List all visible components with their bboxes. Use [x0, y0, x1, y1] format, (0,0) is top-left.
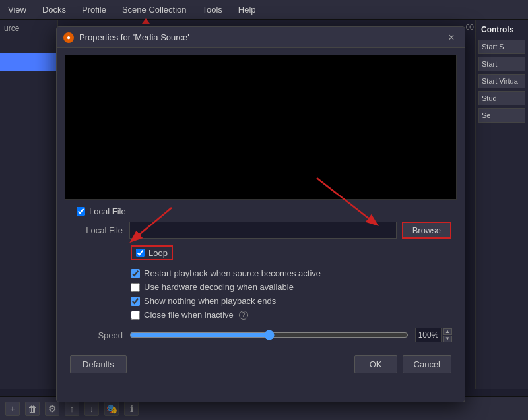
loop-checkbox[interactable]	[136, 249, 145, 257]
remove-source-button[interactable]: 🗑	[25, 402, 40, 416]
hardware-decoding-row: Use hardware decoding when available	[131, 282, 451, 292]
loop-row-container: Loop	[131, 245, 451, 264]
speed-slider[interactable]	[129, 330, 409, 340]
dialog-titlebar: ● Properties for 'Media Source' ×	[57, 27, 465, 48]
menu-docks[interactable]: Docks	[40, 3, 69, 16]
checkboxes-area: Loop Restart playback when source become…	[70, 245, 451, 320]
speed-up-button[interactable]: ▲	[443, 328, 452, 335]
red-arrow-top-indicator	[142, 18, 150, 24]
browse-button[interactable]: Browse	[402, 222, 451, 239]
restart-checkbox[interactable]	[131, 269, 140, 278]
local-file-checkbox[interactable]	[77, 207, 85, 216]
hardware-label[interactable]: Use hardware decoding when available	[144, 282, 294, 292]
show-nothing-label[interactable]: Show nothing when playback ends	[144, 296, 276, 306]
restart-label[interactable]: Restart playback when source becomes act…	[144, 268, 321, 278]
start-recording-button[interactable]: Start	[478, 57, 525, 71]
loop-label[interactable]: Loop	[148, 248, 168, 258]
properties-dialog: ● Properties for 'Media Source' × Local …	[56, 26, 465, 402]
show-nothing-checkbox[interactable]	[131, 297, 140, 306]
local-file-path-row: Local File Browse	[70, 222, 451, 239]
video-preview-area	[65, 55, 457, 200]
studio-mode-button[interactable]: Stud	[478, 91, 525, 105]
cancel-button[interactable]: Cancel	[403, 355, 451, 373]
settings-button[interactable]: Se	[478, 108, 525, 123]
controls-title: Controls	[478, 25, 525, 34]
dialog-icon: ●	[63, 32, 74, 43]
close-file-checkbox[interactable]	[131, 311, 140, 320]
local-file-check-row: Local File	[70, 206, 451, 216]
source-settings-button[interactable]: ⚙	[45, 402, 59, 416]
ok-cancel-group: OK Cancel	[354, 355, 451, 373]
menu-help[interactable]: Help	[236, 3, 259, 16]
speed-value-input[interactable]	[415, 328, 442, 342]
show-nothing-row: Show nothing when playback ends	[131, 296, 451, 306]
info-button[interactable]: ℹ	[124, 402, 139, 416]
local-file-checkbox-label[interactable]: Local File	[89, 206, 126, 216]
speed-down-button[interactable]: ▼	[443, 336, 452, 342]
speed-value-box: ▲ ▼	[415, 328, 451, 342]
ok-button[interactable]: OK	[354, 355, 397, 373]
local-file-input[interactable]	[129, 222, 397, 239]
dialog-title: Properties for 'Media Source'	[79, 32, 445, 42]
add-source-button[interactable]: +	[5, 402, 20, 416]
dialog-close-button[interactable]: ×	[445, 31, 458, 44]
filters-button[interactable]: 🎭	[104, 402, 119, 416]
start-virtual-button[interactable]: Start Virtua	[478, 74, 525, 88]
menu-tools[interactable]: Tools	[200, 3, 225, 16]
move-up-button[interactable]: ↑	[65, 402, 79, 416]
dialog-buttons-row: Defaults OK Cancel	[57, 350, 465, 378]
left-panel-item-1[interactable]	[0, 34, 57, 53]
speed-arrows: ▲ ▼	[443, 328, 452, 342]
menu-scene-collection[interactable]: Scene Collection	[119, 3, 189, 16]
hardware-checkbox[interactable]	[131, 283, 140, 292]
close-file-label[interactable]: Close file when inactive	[144, 310, 234, 320]
speed-row: Speed ▲ ▼	[70, 328, 451, 342]
right-sidebar: Controls Start S Start Start Virtua Stud…	[475, 20, 528, 389]
left-panel-label: urce	[0, 20, 57, 34]
restart-playback-row: Restart playback when source becomes act…	[131, 268, 451, 278]
local-file-label: Local File	[70, 225, 123, 235]
left-sidebar: urce	[0, 20, 58, 389]
move-down-button[interactable]: ↓	[84, 402, 99, 416]
defaults-button[interactable]: Defaults	[70, 355, 127, 373]
loop-highlighted-wrapper: Loop	[131, 245, 173, 260]
speed-label: Speed	[70, 330, 123, 340]
left-panel-item-2[interactable]	[0, 53, 57, 71]
menu-bar: View Docks Profile Scene Collection Tool…	[0, 0, 528, 20]
start-streaming-button[interactable]: Start S	[478, 40, 525, 54]
close-file-row: Close file when inactive ?	[131, 310, 451, 320]
form-area: Local File Local File Browse Loop	[57, 206, 465, 342]
timecode: 00	[466, 23, 474, 31]
menu-profile[interactable]: Profile	[79, 3, 109, 16]
menu-view[interactable]: View	[5, 3, 29, 16]
info-icon[interactable]: ?	[239, 311, 248, 320]
